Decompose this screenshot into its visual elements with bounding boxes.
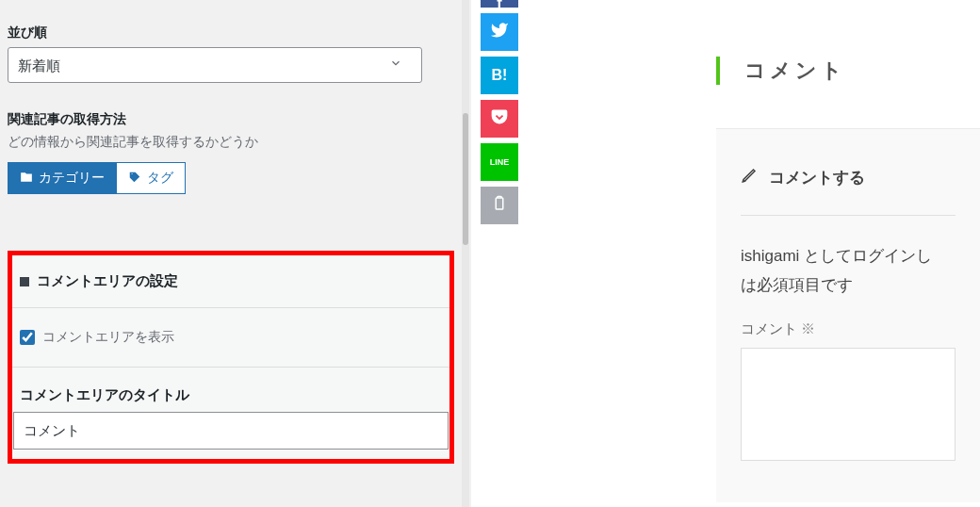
sort-order-select[interactable]: 新着順 [8,47,422,83]
tag-toggle-button[interactable]: タグ [116,162,186,194]
hatena-share-button[interactable]: B! [481,57,518,94]
settings-panel: 並び順 新着順 関連記事の取得方法 どの情報から関連記事を取得するかどうか カテ… [0,0,462,507]
panel-scrollbar-thumb[interactable] [463,113,468,245]
related-method-desc: どの情報から関連記事を取得するかどうか [8,134,454,151]
line-icon: LINE [490,157,510,167]
section-marker-icon [20,277,29,286]
logged-in-text: ishigami としてログインし は必須項目です [741,242,956,300]
comment-textarea[interactable] [741,348,956,461]
tag-toggle-label: タグ [147,170,173,187]
twitter-share-button[interactable] [481,13,518,51]
comment-area-section-header: コメントエリアの設定 [12,255,449,308]
comment-area-title-label: コメントエリアのタイトル [12,368,449,412]
comment-reply-title: コメントする [741,167,956,216]
copy-share-button[interactable] [481,187,518,224]
pencil-icon [741,167,758,188]
category-toggle-label: カテゴリー [39,170,105,187]
comment-respond-box: コメントする ishigami としてログインし は必須項目です コメント ※ [716,128,980,502]
category-toggle-button[interactable]: カテゴリー [8,162,117,194]
panel-scrollbar[interactable] [462,0,469,507]
facebook-share-button[interactable]: f [481,0,518,8]
preview-heading: コメント [716,57,980,85]
pocket-share-button[interactable] [481,100,518,138]
comment-reply-label: コメントする [769,167,865,188]
comment-area-section-title: コメントエリアの設定 [37,272,178,290]
comment-field-label: コメント ※ [741,320,956,338]
folder-icon [20,171,33,187]
twitter-icon [490,21,509,43]
tag-icon [128,171,141,187]
preview-pane: f B! LINE コメント [471,0,980,507]
comment-area-settings-highlight: コメントエリアの設定 コメントエリアを表示 コメントエリアのタイトル [8,251,454,464]
logged-in-user: ishigami [741,247,799,265]
hatena-icon: B! [492,67,508,84]
sort-order-label: 並び順 [8,0,454,47]
related-method-label: 関連記事の取得方法 [8,83,454,134]
facebook-icon: f [497,0,501,8]
line-share-button[interactable]: LINE [481,143,518,181]
show-comment-area-label: コメントエリアを表示 [42,329,174,346]
clipboard-icon [491,195,508,216]
preview-content: コメント コメントする ishigami としてログインし は必須項目です コメ… [716,57,980,502]
svg-rect-0 [496,198,503,209]
pocket-icon [490,107,509,130]
share-column: f B! LINE [481,0,518,224]
related-method-toggle: カテゴリー タグ [8,162,454,194]
required-mark: ※ [801,320,815,336]
show-comment-area-checkbox[interactable] [20,330,35,345]
comment-area-title-input[interactable] [13,412,449,450]
